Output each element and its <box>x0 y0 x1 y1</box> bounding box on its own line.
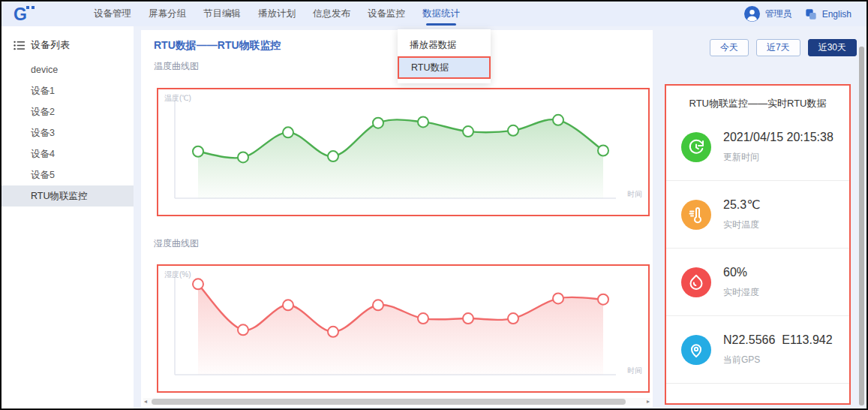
last30days-button[interactable]: 近30天 <box>808 39 857 56</box>
nav-item-screen-group[interactable]: 屏幕分组 <box>145 2 190 26</box>
sidebar-item-device1[interactable]: 设备1 <box>2 80 134 101</box>
humidity-chart-title: 湿度曲线图 <box>154 237 199 250</box>
temperature-line-chart <box>158 89 648 215</box>
menu-item-rtu-data[interactable]: RTU数据 <box>398 56 491 79</box>
user-name[interactable]: 管理员 <box>765 8 792 20</box>
gps-label: 当前GPS <box>723 354 833 366</box>
thermometer-icon <box>681 200 711 230</box>
humidity-icon <box>681 267 711 297</box>
sidebar-item-device5[interactable]: 设备5 <box>2 164 134 185</box>
language-label[interactable]: English <box>822 9 851 20</box>
stat-update-time: 2021/04/15 20:15:38 更新时间 <box>666 113 849 181</box>
realtime-panel-title: RTU物联监控——实时RTU数据 <box>666 86 849 113</box>
page-title: RTU数据——RTU物联监控 <box>154 39 281 53</box>
app-window: G 设备管理 屏幕分组 节目编辑 播放计划 信息发布 设备监控 数据统计 管理员… <box>0 0 868 410</box>
sidebar-header-label: 设备列表 <box>31 38 70 52</box>
temperature-label: 实时温度 <box>723 219 760 231</box>
temperature-x-axis-label: 时间 <box>627 189 642 200</box>
stat-temperature: 25.3℃ 实时温度 <box>666 181 849 249</box>
update-time-value: 2021/04/15 20:15:38 <box>723 131 833 144</box>
sidebar-item-device2[interactable]: 设备2 <box>2 101 134 122</box>
vertical-scrollbar[interactable] <box>859 47 864 405</box>
data-statistics-dropdown: 播放器数据 RTU数据 <box>398 29 491 83</box>
horizontal-scrollbar-thumb[interactable] <box>152 399 626 405</box>
top-navbar: G 设备管理 屏幕分组 节目编辑 播放计划 信息发布 设备监控 数据统计 管理员… <box>2 2 866 26</box>
stat-gps: N22.5566 E113.942 当前GPS <box>666 316 849 384</box>
logo-dots-decoration <box>26 6 29 9</box>
humidity-label: 实时湿度 <box>723 286 759 299</box>
humidity-value: 60% <box>723 266 759 279</box>
today-button[interactable]: 今天 <box>710 39 749 56</box>
humidity-line-chart <box>158 266 648 391</box>
sidebar-item-rtu-monitor[interactable]: RTU物联监控 <box>2 185 134 207</box>
device-sidebar: 设备列表 device 设备1 设备2 设备3 设备4 设备5 RTU物联监控 <box>2 26 134 408</box>
sidebar-item-device3[interactable]: 设备3 <box>2 122 134 143</box>
humidity-chart-box: 湿度(%) 时间 <box>157 264 650 393</box>
temperature-y-axis-label: 温度(℃) <box>164 93 191 104</box>
gps-icon <box>681 335 711 365</box>
stat-humidity: 60% 实时湿度 <box>666 249 849 316</box>
vertical-scrollbar-thumb[interactable] <box>859 47 864 405</box>
last7days-button[interactable]: 近7天 <box>756 39 800 56</box>
device-list-icon <box>14 41 25 50</box>
main-nav-menu: 设备管理 屏幕分组 节目编辑 播放计划 信息发布 设备监控 数据统计 <box>90 2 464 26</box>
temperature-chart-title: 温度曲线图 <box>154 60 199 73</box>
navbar-right-group: 管理员 English <box>744 6 866 22</box>
sidebar-item-device[interactable]: device <box>2 59 134 80</box>
horizontal-scrollbar[interactable]: ◂ ▸ <box>143 398 650 405</box>
date-range-group: 今天 近7天 近30天 <box>710 39 857 56</box>
humidity-y-axis-label: 湿度(%) <box>164 270 191 280</box>
scroll-right-arrow-icon[interactable]: ▸ <box>647 398 650 405</box>
language-switch-icon[interactable] <box>805 8 817 20</box>
menu-item-player-data[interactable]: 播放器数据 <box>398 34 491 56</box>
temperature-chart-box: 温度(℃) 时间 <box>157 88 650 216</box>
realtime-rtu-panel: RTU物联监控——实时RTU数据 2021/04/15 20:15:38 更新时… <box>665 84 851 405</box>
update-time-label: 更新时间 <box>723 151 833 164</box>
gps-value: N22.5566 E113.942 <box>723 333 833 347</box>
temperature-value: 25.3℃ <box>723 197 760 212</box>
nav-item-device-management[interactable]: 设备管理 <box>90 2 135 26</box>
nav-item-device-monitor[interactable]: 设备监控 <box>364 2 409 26</box>
update-time-icon <box>681 132 711 162</box>
nav-item-data-statistics[interactable]: 数据统计 <box>419 2 464 26</box>
sidebar-item-device4[interactable]: 设备4 <box>2 143 134 164</box>
logo-text: G <box>14 5 27 24</box>
charts-panel: RTU数据——RTU物联监控 温度曲线图 温度(℃) 时间 湿度曲线图 湿度(%… <box>141 30 653 407</box>
nav-item-info-publish[interactable]: 信息发布 <box>309 2 354 26</box>
humidity-x-axis-label: 时间 <box>627 366 642 376</box>
nav-item-play-schedule[interactable]: 播放计划 <box>254 2 299 26</box>
user-avatar-icon[interactable] <box>744 6 760 22</box>
nav-item-program-edit[interactable]: 节目编辑 <box>200 2 245 26</box>
scroll-left-arrow-icon[interactable]: ◂ <box>144 398 147 405</box>
app-logo[interactable]: G <box>2 3 54 26</box>
sidebar-header: 设备列表 <box>2 26 134 59</box>
